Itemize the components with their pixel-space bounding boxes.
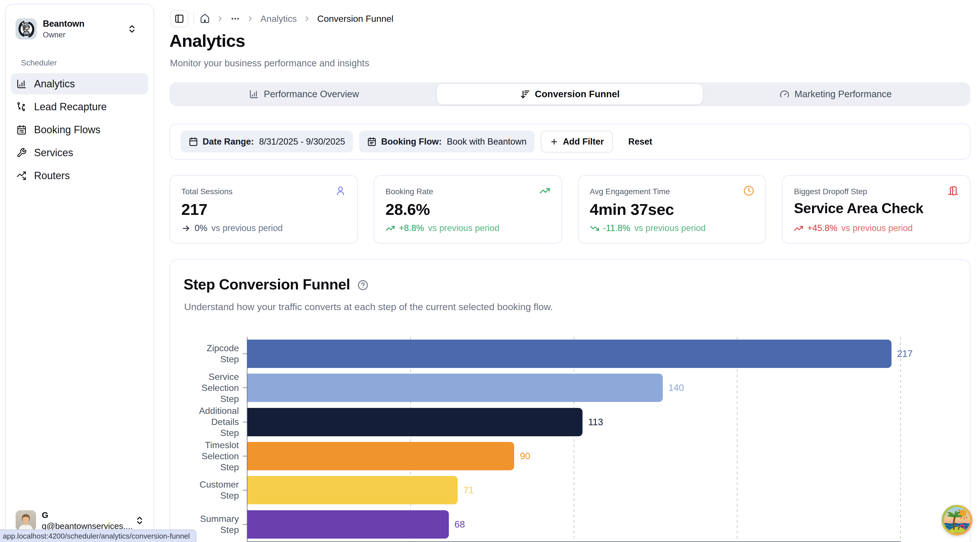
tab-conversion-funnel[interactable]: Conversion Funnel (437, 84, 703, 104)
funnel-subtitle: Understand how your traffic converts at … (184, 301, 553, 312)
bar-value-label: 71 (463, 485, 474, 496)
funnel-title: Step Conversion Funnel (184, 276, 350, 293)
chevrons-up-down-icon (135, 516, 145, 525)
stat-head: Total Sessions (181, 185, 346, 196)
reset-filters-button[interactable]: Reset (628, 136, 652, 147)
sidebar-item-label: Booking Flows (34, 124, 100, 136)
stat-label: Avg Engagement Time (590, 185, 670, 196)
stat-label: Total Sessions (181, 185, 233, 196)
arrow-down-wide-narrow-icon (520, 89, 530, 99)
funnel-bar[interactable] (247, 339, 891, 368)
sidebar-toggle-button[interactable] (170, 10, 188, 27)
delta-label: vs previous period (634, 223, 706, 233)
page-subtitle: Monitor your business performance and in… (170, 58, 369, 68)
stat-value: 217 (181, 200, 346, 219)
chart-category-label: CustomerStep (170, 479, 239, 501)
wrench-icon (16, 148, 27, 158)
tab-label: Conversion Funnel (535, 89, 620, 100)
sidebar-item-label: Analytics (34, 78, 75, 90)
funnel-bar[interactable] (247, 374, 663, 402)
gauge-icon (780, 89, 789, 99)
filter-bar: Date Range: 8/31/2025 - 9/30/2025 Bookin… (169, 124, 970, 160)
sidebar-item-label: Lead Recapture (34, 101, 107, 113)
chart-row: ZipcodeStep217 (170, 337, 971, 371)
funnel-bar[interactable] (247, 510, 449, 539)
stat-label: Booking Rate (386, 185, 433, 196)
calendar-icon (16, 125, 27, 135)
door-open-icon (948, 185, 958, 196)
analytics-conversion-funnel-page: { "app": { "status_url": "app.localhost:… (0, 0, 980, 542)
chart-category-label: AdditionalDetailsStep (170, 406, 239, 439)
beach-sticker-badge[interactable] (942, 505, 973, 536)
chart-row: CustomerStep71 (170, 473, 971, 507)
booking-flow-filter[interactable]: Booking Flow: Book with Beantown (359, 131, 534, 152)
breadcrumb-trail: Analytics Conversion Funnel (199, 14, 393, 24)
breadcrumb-link-analytics[interactable]: Analytics (261, 14, 297, 24)
trending-up-icon (386, 223, 395, 233)
calendar-days-icon (367, 137, 377, 146)
sidebar-item-label: Services (34, 147, 73, 159)
add-filter-button[interactable]: Add Filter (541, 131, 613, 152)
org-role: Owner (43, 31, 127, 40)
chevron-right-icon (246, 15, 254, 23)
tab-label: Performance Overview (264, 89, 359, 100)
chart-column-icon (249, 89, 259, 99)
funnel-bar-chart: ZipcodeStep217ServiceSelectionStep140Add… (170, 337, 971, 542)
user-initial: G (42, 510, 135, 520)
user-meta: G g@beantownservices.... (42, 510, 135, 531)
stat-card-total-sessions: Total Sessions 217 0% vs previous period (169, 175, 358, 244)
chart-row: AdditionalDetailsStep113 (170, 405, 971, 439)
breadcrumb-current-page: Conversion Funnel (317, 14, 393, 24)
funnel-bar[interactable] (247, 476, 458, 504)
org-switcher[interactable]: Beantown Owner (16, 16, 145, 41)
stat-cards: Total Sessions 217 0% vs previous period… (169, 175, 970, 244)
user-menu[interactable]: G g@beantownservices.... (16, 509, 146, 532)
tab-label: Marketing Performance (794, 89, 892, 100)
sidebar-item-routers[interactable]: Routers (11, 165, 148, 186)
clock-icon (743, 185, 754, 196)
circle-help-icon[interactable] (358, 280, 368, 290)
stat-delta: +45.8% vs previous period (794, 223, 913, 233)
chart-tick (243, 388, 247, 388)
chevrons-up-down-icon (127, 24, 137, 34)
stat-card-avg-engagement-time: Avg Engagement Time 4min 37sec -11.8% vs… (578, 175, 766, 244)
delta-value: +45.8% (807, 223, 837, 233)
date-range-filter[interactable]: Date Range: 8/31/2025 - 9/30/2025 (181, 131, 353, 152)
filter-value: Book with Beantown (447, 136, 527, 147)
chart-category-label: TimeslotSelectionStep (170, 440, 239, 473)
delta-label: vs previous period (212, 223, 283, 233)
chevron-right-icon (216, 15, 224, 23)
arrow-right-icon (181, 223, 191, 233)
bar-value-label: 90 (520, 451, 530, 461)
chart-row: SummaryStep68 (170, 507, 971, 542)
stat-value: Service Area Check (794, 200, 958, 217)
org-avatar (16, 18, 37, 40)
chart-tick (243, 490, 247, 490)
breadcrumb-ellipsis[interactable] (231, 14, 240, 24)
stat-delta: 0% vs previous period (181, 223, 283, 233)
page-title: Analytics (169, 31, 245, 51)
sidebar-item-lead-recapture[interactable]: Lead Recapture (11, 96, 148, 117)
chevron-right-icon (303, 15, 311, 23)
sidebar-item-booking-flows[interactable]: Booking Flows (11, 119, 148, 140)
chart-category-label: ZipcodeStep (170, 343, 239, 365)
bar-value-label: 140 (668, 382, 684, 393)
stat-delta: +8.8% vs previous period (386, 223, 500, 233)
funnel-title-row: Step Conversion Funnel (184, 276, 368, 293)
tab-marketing-performance[interactable]: Marketing Performance (703, 84, 969, 104)
chart-tick (243, 524, 247, 525)
delta-label: vs previous period (841, 223, 913, 233)
divider (194, 12, 194, 25)
add-filter-label: Add Filter (563, 136, 604, 147)
funnel-bar[interactable] (247, 408, 582, 436)
sidebar-item-analytics[interactable]: Analytics (11, 73, 148, 94)
trending-up-down-icon (16, 171, 27, 181)
stat-head: Biggest Dropoff Step (794, 185, 958, 196)
filter-label: Date Range: (203, 136, 254, 147)
sidebar: Beantown Owner Scheduler Analytics Lead … (5, 4, 154, 538)
tab-performance-overview[interactable]: Performance Overview (171, 84, 437, 104)
funnel-bar[interactable] (247, 442, 514, 470)
sidebar-item-services[interactable]: Services (11, 142, 148, 163)
home-icon[interactable] (200, 14, 210, 24)
bar-value-label: 217 (897, 349, 913, 359)
